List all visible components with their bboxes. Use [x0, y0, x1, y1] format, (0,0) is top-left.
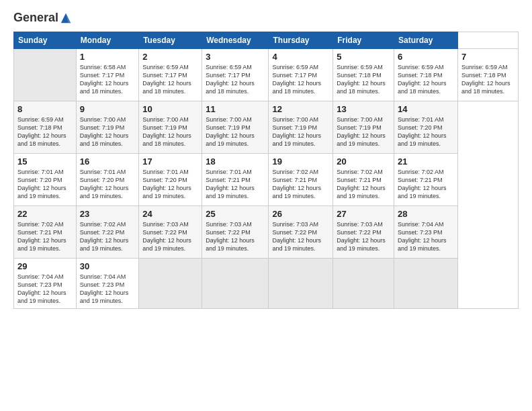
calendar-cell — [333, 259, 394, 309]
calendar-cell: 9Sunrise: 7:00 AM Sunset: 7:19 PM Daylig… — [76, 101, 138, 154]
calendar-cell — [14, 49, 77, 101]
day-number: 14 — [398, 104, 454, 114]
calendar-week-row: 22Sunrise: 7:02 AM Sunset: 7:21 PM Dayli… — [14, 206, 519, 259]
day-info: Sunrise: 7:00 AM Sunset: 7:19 PM Dayligh… — [206, 116, 265, 148]
day-info: Sunrise: 7:02 AM Sunset: 7:21 PM Dayligh… — [17, 220, 73, 253]
day-info: Sunrise: 7:01 AM Sunset: 7:20 PM Dayligh… — [17, 168, 73, 201]
day-number: 27 — [337, 209, 390, 219]
day-number: 22 — [17, 209, 73, 219]
calendar-week-row: 1Sunrise: 6:58 AM Sunset: 7:17 PM Daylig… — [14, 49, 519, 101]
day-number: 29 — [17, 261, 73, 271]
day-number: 15 — [17, 156, 73, 167]
calendar-week-row: 8Sunrise: 6:59 AM Sunset: 7:18 PM Daylig… — [14, 101, 519, 154]
day-header-monday: Monday — [76, 32, 138, 49]
day-info: Sunrise: 7:02 AM Sunset: 7:22 PM Dayligh… — [80, 220, 135, 253]
calendar-cell: 23Sunrise: 7:02 AM Sunset: 7:22 PM Dayli… — [76, 206, 138, 259]
calendar-cell: 21Sunrise: 7:02 AM Sunset: 7:21 PM Dayli… — [394, 154, 458, 206]
calendar-cell: 15Sunrise: 7:01 AM Sunset: 7:20 PM Dayli… — [14, 154, 77, 206]
calendar-week-row: 29Sunrise: 7:04 AM Sunset: 7:23 PM Dayli… — [14, 259, 519, 309]
day-number: 25 — [206, 209, 265, 219]
calendar-cell: 8Sunrise: 6:59 AM Sunset: 7:18 PM Daylig… — [14, 101, 77, 154]
calendar-cell: 6Sunrise: 6:59 AM Sunset: 7:18 PM Daylig… — [394, 49, 458, 101]
day-number: 24 — [142, 209, 198, 219]
day-info: Sunrise: 7:02 AM Sunset: 7:21 PM Dayligh… — [337, 168, 390, 201]
day-info: Sunrise: 6:59 AM Sunset: 7:18 PM Dayligh… — [461, 63, 515, 96]
day-number: 20 — [337, 156, 390, 167]
calendar-cell: 30Sunrise: 7:04 AM Sunset: 7:23 PM Dayli… — [76, 259, 138, 309]
day-info: Sunrise: 7:01 AM Sunset: 7:20 PM Dayligh… — [80, 168, 135, 201]
day-number: 7 — [461, 52, 515, 62]
day-number: 17 — [142, 156, 198, 167]
logo: General — [13, 11, 72, 25]
calendar-cell: 24Sunrise: 7:03 AM Sunset: 7:22 PM Dayli… — [139, 206, 202, 259]
day-number: 19 — [272, 156, 329, 167]
day-header-friday: Friday — [333, 32, 394, 49]
day-info: Sunrise: 7:03 AM Sunset: 7:22 PM Dayligh… — [206, 220, 265, 253]
day-info: Sunrise: 7:02 AM Sunset: 7:21 PM Dayligh… — [272, 168, 329, 201]
day-number: 30 — [80, 261, 135, 271]
day-info: Sunrise: 7:02 AM Sunset: 7:21 PM Dayligh… — [398, 168, 454, 201]
day-number: 12 — [272, 104, 329, 114]
header: General — [13, 11, 519, 25]
day-info: Sunrise: 7:01 AM Sunset: 7:20 PM Dayligh… — [142, 168, 198, 201]
calendar-cell: 27Sunrise: 7:03 AM Sunset: 7:22 PM Dayli… — [333, 206, 394, 259]
day-info: Sunrise: 6:59 AM Sunset: 7:17 PM Dayligh… — [206, 63, 265, 96]
calendar-cell: 22Sunrise: 7:02 AM Sunset: 7:21 PM Dayli… — [14, 206, 77, 259]
day-number: 6 — [398, 52, 454, 62]
day-info: Sunrise: 6:59 AM Sunset: 7:17 PM Dayligh… — [142, 63, 198, 96]
day-info: Sunrise: 6:58 AM Sunset: 7:17 PM Dayligh… — [80, 63, 135, 96]
day-info: Sunrise: 7:03 AM Sunset: 7:22 PM Dayligh… — [142, 220, 198, 253]
day-info: Sunrise: 7:01 AM Sunset: 7:20 PM Dayligh… — [398, 116, 454, 148]
day-info: Sunrise: 7:00 AM Sunset: 7:19 PM Dayligh… — [337, 116, 390, 148]
calendar-header-row: SundayMondayTuesdayWednesdayThursdayFrid… — [14, 32, 519, 49]
day-info: Sunrise: 7:04 AM Sunset: 7:23 PM Dayligh… — [80, 273, 135, 306]
day-info: Sunrise: 7:01 AM Sunset: 7:21 PM Dayligh… — [206, 168, 265, 201]
calendar-cell: 7Sunrise: 6:59 AM Sunset: 7:18 PM Daylig… — [458, 49, 519, 101]
calendar-cell: 11Sunrise: 7:00 AM Sunset: 7:19 PM Dayli… — [202, 101, 269, 154]
day-number: 11 — [206, 104, 265, 114]
day-info: Sunrise: 7:04 AM Sunset: 7:23 PM Dayligh… — [398, 220, 454, 253]
calendar-cell: 12Sunrise: 7:00 AM Sunset: 7:19 PM Dayli… — [269, 101, 333, 154]
calendar-cell — [139, 259, 202, 309]
day-number: 16 — [80, 156, 135, 167]
day-header-wednesday: Wednesday — [202, 32, 269, 49]
day-number: 5 — [337, 52, 390, 62]
logo-general-text: General — [13, 11, 58, 25]
calendar-cell: 16Sunrise: 7:01 AM Sunset: 7:20 PM Dayli… — [76, 154, 138, 206]
day-number: 3 — [206, 52, 265, 62]
day-header-tuesday: Tuesday — [139, 32, 202, 49]
day-number: 21 — [398, 156, 454, 167]
day-number: 9 — [80, 104, 135, 114]
day-number: 4 — [272, 52, 329, 62]
calendar-cell: 26Sunrise: 7:03 AM Sunset: 7:22 PM Dayli… — [269, 206, 333, 259]
day-number: 18 — [206, 156, 265, 167]
day-info: Sunrise: 7:03 AM Sunset: 7:22 PM Dayligh… — [272, 220, 329, 253]
calendar-cell: 25Sunrise: 7:03 AM Sunset: 7:22 PM Dayli… — [202, 206, 269, 259]
day-number: 10 — [142, 104, 198, 114]
day-number: 2 — [142, 52, 198, 62]
calendar-cell: 4Sunrise: 6:59 AM Sunset: 7:17 PM Daylig… — [269, 49, 333, 101]
page: General SundayMondayTuesdayWednesdayThur… — [0, 0, 532, 411]
day-number: 13 — [337, 104, 390, 114]
calendar-cell: 10Sunrise: 7:00 AM Sunset: 7:19 PM Dayli… — [139, 101, 202, 154]
day-info: Sunrise: 6:59 AM Sunset: 7:18 PM Dayligh… — [17, 116, 73, 148]
calendar-cell — [269, 259, 333, 309]
calendar-cell: 3Sunrise: 6:59 AM Sunset: 7:17 PM Daylig… — [202, 49, 269, 101]
day-number: 23 — [80, 209, 135, 219]
calendar-cell: 14Sunrise: 7:01 AM Sunset: 7:20 PM Dayli… — [394, 101, 458, 154]
calendar-cell: 18Sunrise: 7:01 AM Sunset: 7:21 PM Dayli… — [202, 154, 269, 206]
day-info: Sunrise: 7:00 AM Sunset: 7:19 PM Dayligh… — [272, 116, 329, 148]
calendar-cell: 20Sunrise: 7:02 AM Sunset: 7:21 PM Dayli… — [333, 154, 394, 206]
day-header-sunday: Sunday — [14, 32, 77, 49]
day-number: 28 — [398, 209, 454, 219]
day-info: Sunrise: 6:59 AM Sunset: 7:18 PM Dayligh… — [337, 63, 390, 96]
day-info: Sunrise: 7:00 AM Sunset: 7:19 PM Dayligh… — [142, 116, 198, 148]
calendar-cell: 5Sunrise: 6:59 AM Sunset: 7:18 PM Daylig… — [333, 49, 394, 101]
calendar-cell: 1Sunrise: 6:58 AM Sunset: 7:17 PM Daylig… — [76, 49, 138, 101]
logo-icon — [60, 12, 72, 24]
calendar-cell: 2Sunrise: 6:59 AM Sunset: 7:17 PM Daylig… — [139, 49, 202, 101]
day-header-saturday: Saturday — [394, 32, 458, 49]
day-number: 26 — [272, 209, 329, 219]
calendar-cell: 29Sunrise: 7:04 AM Sunset: 7:23 PM Dayli… — [14, 259, 77, 309]
day-number: 8 — [17, 104, 73, 114]
